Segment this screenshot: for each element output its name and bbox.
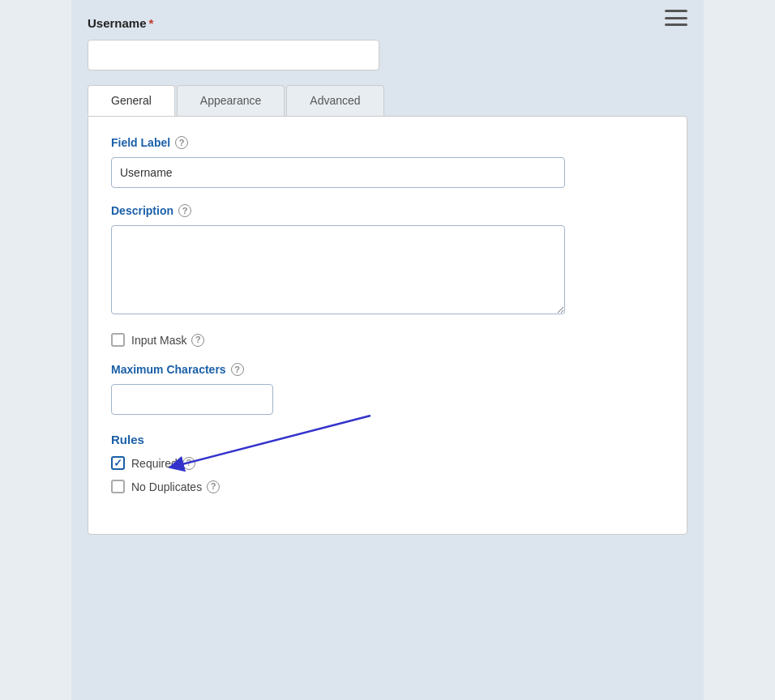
description-section-header: Description ?: [111, 204, 664, 217]
outer-container: Username* General Appearance Advanced Fi…: [71, 0, 704, 700]
field-header-text: Username: [88, 16, 147, 30]
required-star: *: [149, 16, 154, 30]
field-label-section-text: Field Label: [111, 136, 170, 149]
no-duplicates-label-text: No Duplicates: [131, 480, 202, 493]
no-duplicates-row: No Duplicates ?: [111, 480, 664, 493]
input-mask-label-text: Input Mask: [131, 334, 186, 347]
required-row-wrapper: ✓ Required ?: [111, 456, 664, 470]
max-chars-section-text: Maximum Characters: [111, 363, 226, 376]
tab-appearance[interactable]: Appearance: [177, 85, 285, 116]
menu-icon[interactable]: [665, 10, 687, 26]
max-chars-section-header: Maximum Characters ?: [111, 363, 664, 376]
description-textarea[interactable]: [111, 225, 565, 314]
tab-general[interactable]: General: [88, 85, 175, 116]
field-label-help-icon[interactable]: ?: [175, 136, 188, 149]
required-row: ✓ Required ?: [111, 456, 664, 470]
tab-appearance-label: Appearance: [200, 94, 262, 107]
input-mask-row: Input Mask ?: [111, 333, 664, 347]
required-label-text: Required: [131, 457, 178, 470]
required-checkmark: ✓: [113, 458, 122, 468]
required-checkbox[interactable]: ✓: [111, 456, 125, 470]
no-duplicates-help-icon[interactable]: ?: [207, 480, 220, 493]
required-help-icon[interactable]: ?: [182, 457, 195, 470]
max-chars-help-icon[interactable]: ?: [231, 363, 244, 376]
input-mask-checkbox[interactable]: [111, 333, 125, 347]
no-duplicates-label: No Duplicates ?: [131, 480, 220, 493]
description-section-text: Description: [111, 204, 173, 217]
tab-advanced-label: Advanced: [310, 94, 360, 107]
tab-advanced[interactable]: Advanced: [286, 85, 383, 116]
username-top-input[interactable]: [88, 40, 379, 70]
input-mask-label: Input Mask ?: [131, 334, 204, 347]
field-header-label: Username*: [88, 16, 153, 30]
rules-section: Rules ✓ Required ?: [111, 433, 664, 493]
tab-content-general: Field Label ? Description ? Input Mask ?…: [88, 116, 687, 535]
field-label-input[interactable]: [111, 157, 565, 188]
description-help-icon[interactable]: ?: [178, 204, 191, 217]
required-label: Required ?: [131, 457, 195, 470]
tab-general-label: General: [111, 94, 152, 107]
rules-title: Rules: [111, 433, 664, 446]
max-chars-input[interactable]: [111, 384, 273, 415]
field-header: Username*: [88, 16, 687, 30]
no-duplicates-checkbox[interactable]: [111, 480, 125, 493]
field-label-section-header: Field Label ?: [111, 136, 664, 149]
input-mask-help-icon[interactable]: ?: [191, 334, 204, 347]
tabs-container: General Appearance Advanced: [88, 85, 687, 116]
